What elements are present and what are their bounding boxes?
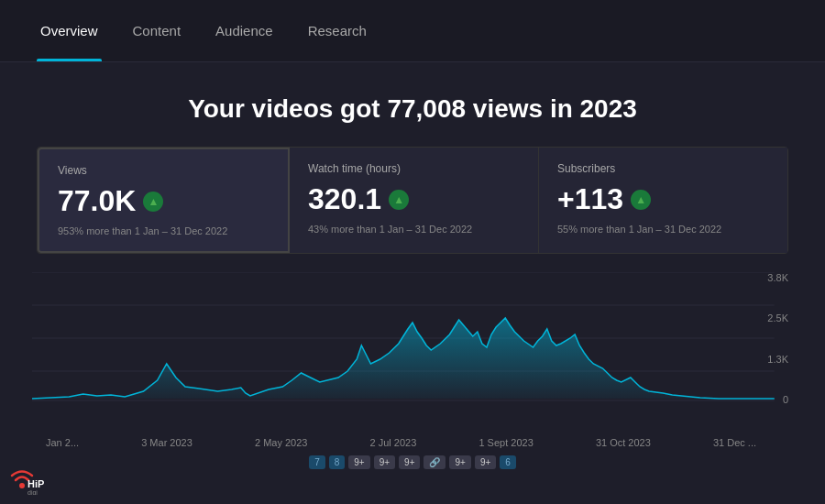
stats-row: Views 77.0K ▲ 953% more than 1 Jan – 31 … bbox=[37, 147, 788, 254]
chart-container: 3.8K 2.5K 1.3K 0 bbox=[32, 272, 793, 433]
badge-9plus-5[interactable]: 9+ bbox=[475, 455, 496, 469]
tab-research[interactable]: Research bbox=[304, 0, 370, 61]
svg-text:digi: digi bbox=[28, 489, 38, 495]
x-label-oct: 31 Oct 2023 bbox=[596, 437, 651, 448]
trend-icon-subscribers: ▲ bbox=[631, 190, 651, 210]
stat-card-views: Views 77.0K ▲ 953% more than 1 Jan – 31 … bbox=[38, 148, 290, 253]
badge-7[interactable]: 7 bbox=[309, 455, 325, 469]
x-label-may: 2 May 2023 bbox=[255, 437, 307, 448]
svg-point-5 bbox=[19, 483, 25, 488]
stat-card-watchtime: Watch time (hours) 320.1 ▲ 43% more than… bbox=[290, 148, 539, 253]
stat-value-row-subscribers: +113 ▲ bbox=[557, 182, 769, 216]
y-label-1300: 1.3K bbox=[767, 354, 793, 365]
badge-link[interactable]: 🔗 bbox=[424, 455, 446, 469]
stat-label-subscribers: Subscribers bbox=[557, 162, 769, 175]
badge-9plus-2[interactable]: 9+ bbox=[374, 455, 395, 469]
top-nav: Overview Content Audience Research bbox=[0, 0, 825, 62]
page-headline: Your videos got 77,008 views in 2023 bbox=[37, 94, 788, 124]
trend-icon-views: ▲ bbox=[143, 192, 163, 212]
x-label-sep: 1 Sept 2023 bbox=[478, 437, 533, 448]
stat-value-watchtime: 320.1 bbox=[308, 182, 381, 216]
stat-compare-watchtime: 43% more than 1 Jan – 31 Dec 2022 bbox=[308, 224, 520, 235]
x-axis-labels: Jan 2... 3 Mar 2023 2 May 2023 2 Jul 202… bbox=[37, 433, 788, 448]
y-label-2500: 2.5K bbox=[767, 312, 793, 323]
stat-value-views: 77.0K bbox=[58, 184, 136, 218]
stat-value-row-views: 77.0K ▲ bbox=[58, 184, 270, 218]
badge-9plus-1[interactable]: 9+ bbox=[348, 455, 369, 469]
stat-label-watchtime: Watch time (hours) bbox=[308, 162, 520, 175]
stat-compare-views: 953% more than 1 Jan – 31 Dec 2022 bbox=[58, 225, 270, 236]
x-label-jan: Jan 2... bbox=[46, 437, 79, 448]
chart-svg bbox=[32, 272, 793, 405]
badge-9plus-3[interactable]: 9+ bbox=[399, 455, 420, 469]
y-label-3800: 3.8K bbox=[767, 272, 793, 283]
tab-content[interactable]: Content bbox=[129, 0, 185, 61]
x-label-dec: 31 Dec ... bbox=[713, 437, 756, 448]
badge-8[interactable]: 8 bbox=[329, 455, 346, 469]
stat-value-subscribers: +113 bbox=[557, 182, 623, 216]
timeline-badges: 7 8 9+ 9+ 9+ 🔗 9+ 9+ 6 bbox=[37, 455, 788, 469]
x-label-mar: 3 Mar 2023 bbox=[141, 437, 192, 448]
hip-digi-logo: HiP digi bbox=[9, 460, 44, 495]
nav-tabs: Overview Content Audience Research bbox=[37, 0, 370, 61]
y-label-0: 0 bbox=[767, 394, 793, 405]
badge-6[interactable]: 6 bbox=[500, 455, 516, 469]
stat-label-views: Views bbox=[58, 164, 270, 177]
logo-overlay: HiP digi bbox=[9, 460, 44, 495]
main-content: Your videos got 77,008 views in 2023 Vie… bbox=[0, 62, 825, 478]
app-container: Overview Content Audience Research Your … bbox=[0, 0, 825, 504]
svg-text:HiP: HiP bbox=[28, 478, 44, 489]
x-label-jul: 2 Jul 2023 bbox=[370, 437, 417, 448]
tab-audience[interactable]: Audience bbox=[212, 0, 277, 61]
stat-card-subscribers: Subscribers +113 ▲ 55% more than 1 Jan –… bbox=[539, 148, 787, 253]
badge-9plus-4[interactable]: 9+ bbox=[449, 455, 470, 469]
stat-compare-subscribers: 55% more than 1 Jan – 31 Dec 2022 bbox=[557, 224, 769, 235]
trend-icon-watchtime: ▲ bbox=[389, 190, 409, 210]
y-axis-labels: 3.8K 2.5K 1.3K 0 bbox=[767, 272, 793, 405]
tab-overview[interactable]: Overview bbox=[37, 0, 102, 61]
stat-value-row-watchtime: 320.1 ▲ bbox=[308, 182, 520, 216]
